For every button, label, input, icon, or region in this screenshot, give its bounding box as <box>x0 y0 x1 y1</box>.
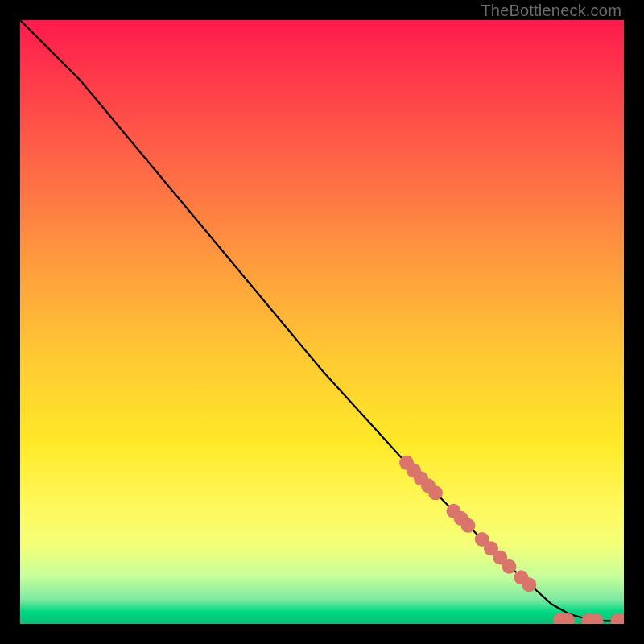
marker-point <box>428 485 443 500</box>
highlight-markers <box>399 456 624 624</box>
chart-frame: TheBottleneck.com <box>0 0 644 644</box>
watermark-text: TheBottleneck.com <box>481 2 621 20</box>
marker-point <box>522 577 536 592</box>
marker-point <box>502 559 517 574</box>
main-curve <box>20 20 624 621</box>
marker-point <box>461 518 476 533</box>
plot-area <box>20 20 624 624</box>
chart-svg <box>20 20 624 624</box>
